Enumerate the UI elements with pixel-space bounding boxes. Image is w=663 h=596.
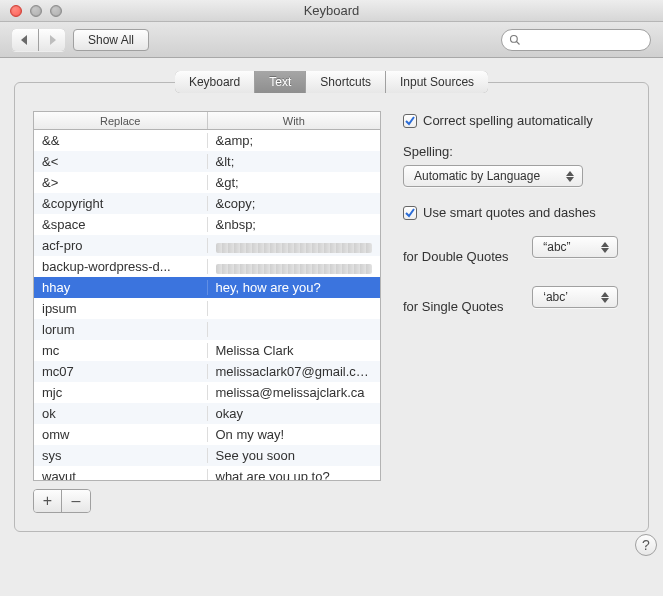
svg-marker-7 <box>601 248 609 253</box>
smart-quotes-label: Use smart quotes and dashes <box>423 205 596 220</box>
spelling-popup[interactable]: Automatic by Language <box>403 165 583 187</box>
tab-text[interactable]: Text <box>255 71 306 93</box>
cell-replace: &copyright <box>34 196 208 211</box>
column-header-replace[interactable]: Replace <box>34 112 208 129</box>
svg-line-3 <box>517 41 520 44</box>
cell-replace: &> <box>34 175 208 190</box>
minimize-window-button[interactable] <box>30 5 42 17</box>
cell-replace: ok <box>34 406 208 421</box>
table-row[interactable]: &&&amp; <box>34 130 380 151</box>
cell-replace: &space <box>34 217 208 232</box>
correct-spelling-checkbox[interactable]: Correct spelling automatically <box>403 113 630 128</box>
cell-with: See you soon <box>208 448 381 463</box>
forward-button[interactable] <box>39 29 65 51</box>
question-icon: ? <box>642 537 650 553</box>
cell-replace: hhay <box>34 280 208 295</box>
cell-with: what are you up to? <box>208 469 381 480</box>
table-row[interactable]: sysSee you soon <box>34 445 380 466</box>
table-row[interactable]: mc07melissaclark07@gmail.com <box>34 361 380 382</box>
svg-marker-6 <box>601 242 609 247</box>
help-button[interactable]: ? <box>635 534 657 556</box>
smart-quotes-checkbox[interactable]: Use smart quotes and dashes <box>403 205 630 220</box>
minus-icon: – <box>72 493 81 509</box>
cell-replace: mjc <box>34 385 208 400</box>
table-row[interactable]: &space&nbsp; <box>34 214 380 235</box>
cell-with <box>208 238 381 253</box>
double-quotes-popup[interactable]: “abc” <box>532 236 618 258</box>
tab-shortcuts[interactable]: Shortcuts <box>306 71 386 93</box>
cell-replace: ipsum <box>34 301 208 316</box>
cell-with: &nbsp; <box>208 217 381 232</box>
table-footer: + – <box>33 489 91 513</box>
traffic-lights <box>10 5 62 17</box>
cell-with: &amp; <box>208 133 381 148</box>
table-row[interactable]: wayutwhat are you up to? <box>34 466 380 480</box>
popup-stepper-icon <box>599 242 611 253</box>
cell-replace: lorum <box>34 322 208 337</box>
back-button[interactable] <box>12 29 39 51</box>
preferences-panel: KeyboardTextShortcutsInput Sources Repla… <box>14 82 649 532</box>
single-quotes-value: ‘abc’ <box>543 290 568 304</box>
table-row[interactable]: lorum <box>34 319 380 340</box>
search-input[interactable] <box>501 29 651 51</box>
cell-replace: mc <box>34 343 208 358</box>
table-row[interactable]: hhayhey, how are you? <box>34 277 380 298</box>
table-row[interactable]: mjcmelissa@melissajclark.ca <box>34 382 380 403</box>
nav-back-forward <box>12 29 65 51</box>
cell-with <box>208 259 381 274</box>
search-icon <box>509 34 521 46</box>
table-row[interactable]: okokay <box>34 403 380 424</box>
cell-with: Melissa Clark <box>208 343 381 358</box>
cell-replace: wayut <box>34 469 208 480</box>
table-row[interactable]: &<&lt; <box>34 151 380 172</box>
replacements-table[interactable]: Replace With &&&amp;&<&lt;&>&gt;&copyrig… <box>33 111 381 481</box>
cell-replace: mc07 <box>34 364 208 379</box>
chevron-right-icon <box>47 35 57 45</box>
double-quotes-value: “abc” <box>543 240 570 254</box>
cell-replace: acf-pro <box>34 238 208 253</box>
redacted-value <box>216 264 373 274</box>
search-field[interactable] <box>501 29 651 51</box>
plus-icon: + <box>43 493 52 509</box>
table-row[interactable]: backup-wordpress-d... <box>34 256 380 277</box>
spelling-value: Automatic by Language <box>414 169 540 183</box>
cell-with: hey, how are you? <box>208 280 381 295</box>
table-row[interactable]: ipsum <box>34 298 380 319</box>
svg-marker-9 <box>601 298 609 303</box>
tab-keyboard[interactable]: Keyboard <box>175 71 255 93</box>
checkbox-icon <box>403 206 417 220</box>
toolbar: Show All <box>0 22 663 58</box>
cell-replace: &< <box>34 154 208 169</box>
redacted-value <box>216 243 373 253</box>
svg-marker-0 <box>21 35 27 45</box>
add-row-button[interactable]: + <box>34 490 62 512</box>
svg-marker-8 <box>601 292 609 297</box>
column-header-with[interactable]: With <box>208 112 381 129</box>
cell-replace: sys <box>34 448 208 463</box>
cell-with: okay <box>208 406 381 421</box>
remove-row-button[interactable]: – <box>62 490 90 512</box>
cell-with: On my way! <box>208 427 381 442</box>
chevron-left-icon <box>20 35 30 45</box>
cell-with: &copy; <box>208 196 381 211</box>
table-row[interactable]: omwOn my way! <box>34 424 380 445</box>
table-row[interactable]: mcMelissa Clark <box>34 340 380 361</box>
table-row[interactable]: &>&gt; <box>34 172 380 193</box>
table-row[interactable]: acf-pro <box>34 235 380 256</box>
zoom-window-button[interactable] <box>50 5 62 17</box>
table-row[interactable]: &copyright&copy; <box>34 193 380 214</box>
single-quotes-label: for Single Quotes <box>403 299 520 314</box>
checkbox-icon <box>403 114 417 128</box>
cell-with: &gt; <box>208 175 381 190</box>
table-header: Replace With <box>34 112 380 130</box>
window-title: Keyboard <box>0 3 663 18</box>
show-all-button[interactable]: Show All <box>73 29 149 51</box>
double-quotes-label: for Double Quotes <box>403 249 520 264</box>
svg-marker-1 <box>50 35 56 45</box>
svg-point-2 <box>511 35 518 42</box>
cell-replace: && <box>34 133 208 148</box>
single-quotes-popup[interactable]: ‘abc’ <box>532 286 618 308</box>
tab-input-sources[interactable]: Input Sources <box>386 71 488 93</box>
popup-stepper-icon <box>564 171 576 182</box>
close-window-button[interactable] <box>10 5 22 17</box>
